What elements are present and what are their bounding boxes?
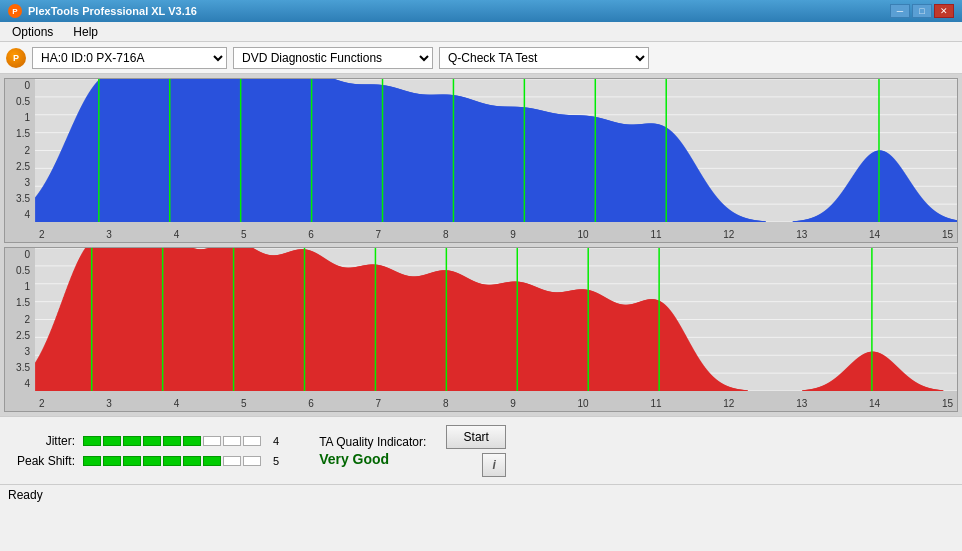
jitter-bar-3 [123, 436, 141, 446]
jitter-bar-8 [223, 436, 241, 446]
peak-shift-value: 5 [273, 455, 279, 467]
window-controls: ─ □ ✕ [890, 4, 954, 18]
peak-bar-8 [223, 456, 241, 466]
ta-quality-value: Very Good [319, 451, 426, 467]
metrics-left: Jitter: 4 Peak Shift: [10, 434, 279, 468]
peak-bar-1 [83, 456, 101, 466]
top-chart-x-axis: 2 3 4 5 6 7 8 9 10 11 12 13 14 15 [35, 229, 957, 240]
peak-shift-bar [83, 456, 261, 466]
bottom-panel: Jitter: 4 Peak Shift: [0, 416, 962, 484]
jitter-bar-1 [83, 436, 101, 446]
ta-quality-section: TA Quality Indicator: Very Good [319, 435, 426, 467]
menu-options[interactable]: Options [8, 25, 57, 39]
bottom-chart: 4 3.5 3 2.5 2 1.5 1 0.5 0 2 3 4 5 6 7 8 … [4, 247, 958, 412]
app-title: PlexTools Professional XL V3.16 [28, 5, 197, 17]
title-bar-left: P PlexTools Professional XL V3.16 [8, 4, 197, 18]
drive-select[interactable]: HA:0 ID:0 PX-716A [32, 47, 227, 69]
peak-shift-row: Peak Shift: 5 [10, 454, 279, 468]
menu-bar: Options Help [0, 22, 962, 42]
peak-bar-7 [203, 456, 221, 466]
jitter-row: Jitter: 4 [10, 434, 279, 448]
peak-bar-5 [163, 456, 181, 466]
function-select[interactable]: DVD Diagnostic Functions [233, 47, 433, 69]
peak-bar-9 [243, 456, 261, 466]
peak-bar-3 [123, 456, 141, 466]
status-text: Ready [8, 488, 43, 502]
bottom-chart-x-axis: 2 3 4 5 6 7 8 9 10 11 12 13 14 15 [35, 398, 957, 409]
peak-bar-2 [103, 456, 121, 466]
jitter-bar-4 [143, 436, 161, 446]
status-bar: Ready [0, 484, 962, 504]
close-button[interactable]: ✕ [934, 4, 954, 18]
jitter-bar-5 [163, 436, 181, 446]
jitter-bar-6 [183, 436, 201, 446]
peak-bar-6 [183, 456, 201, 466]
start-button[interactable]: Start [446, 425, 506, 449]
jitter-bar-2 [103, 436, 121, 446]
ta-quality-label: TA Quality Indicator: [319, 435, 426, 449]
peak-bar-4 [143, 456, 161, 466]
title-bar: P PlexTools Professional XL V3.16 ─ □ ✕ [0, 0, 962, 22]
test-select[interactable]: Q-Check TA Test [439, 47, 649, 69]
info-button[interactable]: i [482, 453, 506, 477]
jitter-bar-9 [243, 436, 261, 446]
button-group: Start i [446, 425, 506, 477]
minimize-button[interactable]: ─ [890, 4, 910, 18]
jitter-value: 4 [273, 435, 279, 447]
top-chart-canvas [35, 79, 957, 222]
jitter-label: Jitter: [10, 434, 75, 448]
bottom-chart-y-axis: 4 3.5 3 2.5 2 1.5 1 0.5 0 [5, 248, 35, 391]
jitter-bar-7 [203, 436, 221, 446]
charts-area: 4 3.5 3 2.5 2 1.5 1 0.5 0 2 3 4 5 6 7 8 … [0, 74, 962, 416]
top-chart: 4 3.5 3 2.5 2 1.5 1 0.5 0 2 3 4 5 6 7 8 … [4, 78, 958, 243]
bottom-chart-canvas [35, 248, 957, 391]
toolbar: P HA:0 ID:0 PX-716A DVD Diagnostic Funct… [0, 42, 962, 74]
menu-help[interactable]: Help [69, 25, 102, 39]
maximize-button[interactable]: □ [912, 4, 932, 18]
jitter-bar [83, 436, 261, 446]
app-icon: P [8, 4, 22, 18]
info-icon: i [493, 458, 496, 472]
peak-shift-label: Peak Shift: [10, 454, 75, 468]
top-chart-y-axis: 4 3.5 3 2.5 2 1.5 1 0.5 0 [5, 79, 35, 222]
drive-icon: P [6, 48, 26, 68]
